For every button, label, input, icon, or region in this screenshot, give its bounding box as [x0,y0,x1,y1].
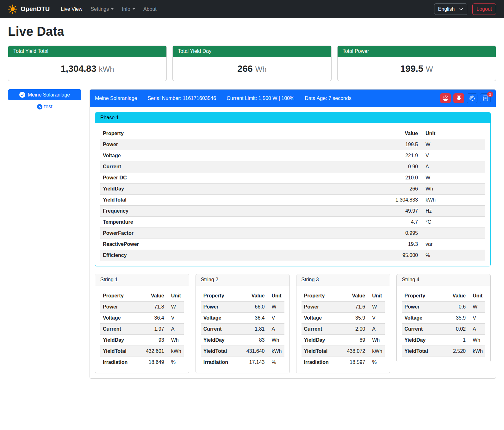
summary-card-value: 1,304.83 [61,64,96,74]
property-unit: Wh [368,335,385,346]
property-name: PowerFactor [100,228,390,239]
property-name: YieldTotal [302,346,343,357]
language-select-value: English [438,6,455,12]
nav-item-settings[interactable]: Settings [86,4,118,15]
event-count-badge: 2 [487,91,493,97]
property-name: Voltage [402,313,444,324]
cpu-icon [470,96,475,101]
column-header-unit: Unit [267,290,284,302]
inverter-card-header: Meine Solaranlage Serial Number: 1161716… [90,90,496,107]
property-value: 221.9 [390,150,420,161]
inverter-serial: Serial Number: 116171603546 [147,96,216,101]
logout-button[interactable]: Logout [472,3,496,15]
x-circle-icon [37,104,42,109]
table-row: Power0.6W [402,302,485,313]
property-name: YieldDay [402,335,444,346]
inverter-select-button-meine-solaranlage[interactable]: Meine Solaranlage [8,89,81,100]
power-toggle-button[interactable] [453,93,464,103]
property-name: Power [100,302,142,313]
property-value: 2.520 [444,346,468,357]
table-row: Frequency49.97Hz [100,206,485,217]
property-unit: V [468,313,485,324]
nav-links: Live View Settings Info About [57,4,161,15]
property-name: YieldTotal [201,346,243,357]
property-value: 266 [390,184,420,195]
table-row: YieldDay1Wh [402,335,485,346]
property-unit: °C [420,217,485,228]
column-header-property: Property [302,290,343,302]
property-unit: V [368,313,385,324]
string-card-body: PropertyValueUnitPower66.0WVoltage36.4VC… [196,285,289,373]
table-row: YieldTotal432.601kWh [100,346,184,357]
nav-item-label: Settings [90,6,109,12]
device-info-button[interactable] [467,93,477,103]
summary-card-title: Total Yield Day [173,46,331,57]
table-row: YieldDay83Wh [201,335,284,346]
property-unit: kWh [420,195,485,206]
limit-settings-button[interactable] [440,93,451,103]
property-name: Voltage [201,313,243,324]
nav-item-live-view[interactable]: Live View [57,4,86,15]
string-card-body: PropertyValueUnitPower0.6WVoltage35.9VCu… [397,285,490,362]
inverter-card: Meine Solaranlage Serial Number: 1161716… [90,89,496,379]
nav-item-info[interactable]: Info [118,4,139,15]
column-header-value: Value [343,290,368,302]
property-value: 35.9 [343,313,368,324]
table-row: Voltage35.9V [302,313,385,324]
inverter-sidebar: Meine Solaranlage test [8,89,81,109]
property-unit: kWh [368,346,385,357]
property-unit: V [267,313,284,324]
table-row: Efficiency95.000% [100,250,485,261]
summary-card-unit: Wh [255,65,267,73]
nav-item-label: Live View [61,6,82,12]
property-value: 95.000 [390,250,420,261]
table-row: Power71.8W [100,302,184,313]
property-value: 2.00 [343,324,368,335]
property-name: YieldTotal [402,346,444,357]
property-name: YieldDay [302,335,343,346]
property-name: Voltage [100,150,390,161]
property-unit: W [420,172,485,184]
property-name: Current [402,324,444,335]
property-name: Current [302,324,343,335]
summary-card-unit: kWh [99,65,114,73]
property-value: 199.5 [390,139,420,150]
string-card-title: String 4 [397,274,490,285]
inverter-name: Meine Solaranlage [95,96,137,101]
brand-label: OpenDTU [21,5,50,13]
property-value: 0.6 [444,302,468,313]
table-row: YieldDay266Wh [100,184,485,195]
property-unit: A [167,324,184,335]
table-row: Voltage221.9V [100,150,485,161]
inverter-select-item-test[interactable]: test [8,104,81,109]
column-header-unit: Unit [468,290,485,302]
property-name: Power [100,139,390,150]
table-row: Current0.90A [100,161,485,172]
speedometer-icon [443,96,448,101]
property-unit: % [167,357,184,368]
table-row: YieldTotal438.072kWh [302,346,385,357]
language-select[interactable]: English [434,3,467,15]
summary-card-value: 199.5 [400,64,423,74]
column-header-property: Property [402,290,444,302]
property-name: Frequency [100,206,390,217]
column-header-property: Property [100,128,390,139]
column-header-value: Value [390,128,420,139]
column-header-value: Value [142,290,167,302]
main-content: Live Data Total Yield Total 1,304.83kWh … [0,18,504,388]
summary-card-value: 266 [237,64,252,74]
page-title: Live Data [8,24,496,39]
property-unit: Wh [420,184,485,195]
inverter-data-age: Data Age: 7 seconds [305,96,352,101]
property-unit: kWh [267,346,284,357]
brand[interactable]: OpenDTU [8,4,50,14]
navbar: OpenDTU Live View Settings Info About En… [0,0,504,18]
event-log-button[interactable]: 2 [480,93,491,103]
caret-down-icon [111,8,114,10]
property-value: 18.597 [343,357,368,368]
property-unit: W [368,302,385,313]
table-row: Current1.81A [201,324,284,335]
strings-row: String 1 PropertyValueUnitPower71.8WVolt… [95,274,491,373]
nav-item-about[interactable]: About [139,4,161,15]
property-name: Power [302,302,343,313]
